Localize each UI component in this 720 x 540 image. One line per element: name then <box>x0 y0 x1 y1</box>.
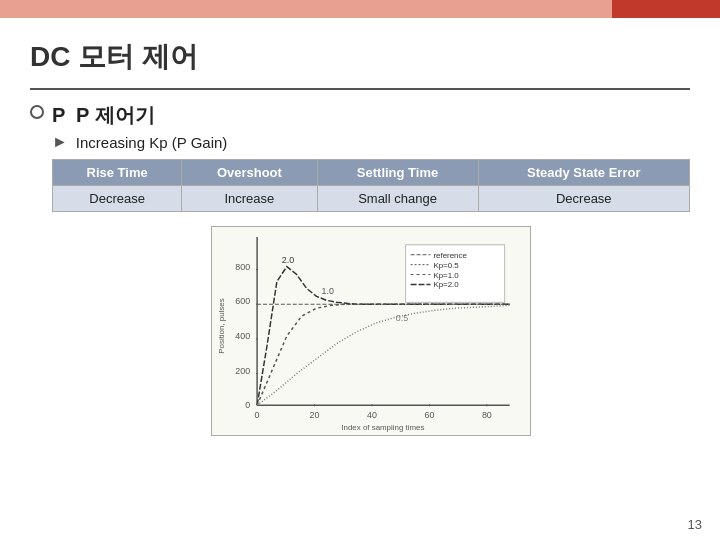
chart-svg: 0 200 400 600 800 0 20 40 60 <box>212 227 530 435</box>
col-steady-state: Steady State Error <box>478 160 689 186</box>
svg-text:Index of sampling times: Index of sampling times <box>341 423 424 432</box>
svg-text:80: 80 <box>482 410 492 420</box>
svg-text:60: 60 <box>424 410 434 420</box>
section-title: P P 제어기 <box>52 102 690 129</box>
svg-text:400: 400 <box>235 331 250 341</box>
page-number: 13 <box>688 517 702 532</box>
section-p-controller: P P 제어기 ► Increasing Kp (P Gain) Rise Ti… <box>30 102 690 436</box>
svg-text:200: 200 <box>235 366 250 376</box>
svg-text:Position, pulses: Position, pulses <box>217 298 226 353</box>
svg-text:2.0: 2.0 <box>282 255 294 265</box>
gain-table: Rise Time Overshoot Settling Time Steady… <box>52 159 690 212</box>
col-settling-time: Settling Time <box>317 160 478 186</box>
svg-text:20: 20 <box>310 410 320 420</box>
cell-overshoot: Increase <box>182 186 317 212</box>
chart-container: 0 200 400 600 800 0 20 40 60 <box>52 226 690 436</box>
svg-text:40: 40 <box>367 410 377 420</box>
section-p-label: P <box>52 104 76 126</box>
top-bar <box>0 0 720 18</box>
sub-text: Increasing Kp (P Gain) <box>76 134 227 151</box>
bullet-icon <box>30 105 44 119</box>
svg-text:0: 0 <box>255 410 260 420</box>
main-content: DC 모터 제어 P P 제어기 ► Increasing Kp (P Gain… <box>0 18 720 540</box>
svg-text:800: 800 <box>235 262 250 272</box>
section-controller-label: P 제어기 <box>76 104 155 126</box>
table-header-row: Rise Time Overshoot Settling Time Steady… <box>53 160 690 186</box>
svg-text:1.0: 1.0 <box>321 286 333 296</box>
sub-arrow-icon: ► <box>52 133 68 151</box>
svg-text:0.5: 0.5 <box>396 313 408 323</box>
svg-text:Kp=1.0: Kp=1.0 <box>433 271 459 280</box>
svg-text:reference: reference <box>433 251 467 260</box>
section-body: P P 제어기 ► Increasing Kp (P Gain) Rise Ti… <box>52 102 690 436</box>
svg-text:0: 0 <box>245 400 250 410</box>
chart-box: 0 200 400 600 800 0 20 40 60 <box>211 226 531 436</box>
cell-steady-state: Decrease <box>478 186 689 212</box>
col-rise-time: Rise Time <box>53 160 182 186</box>
table-row: Decrease Increase Small change Decrease <box>53 186 690 212</box>
cell-rise-time: Decrease <box>53 186 182 212</box>
svg-text:600: 600 <box>235 296 250 306</box>
col-overshoot: Overshoot <box>182 160 317 186</box>
divider <box>30 88 690 90</box>
sub-bullet: ► Increasing Kp (P Gain) <box>52 133 690 151</box>
svg-text:Kp=0.5: Kp=0.5 <box>433 261 459 270</box>
cell-settling-time: Small change <box>317 186 478 212</box>
svg-text:Kp=2.0: Kp=2.0 <box>433 280 459 289</box>
page-title: DC 모터 제어 <box>30 38 690 76</box>
